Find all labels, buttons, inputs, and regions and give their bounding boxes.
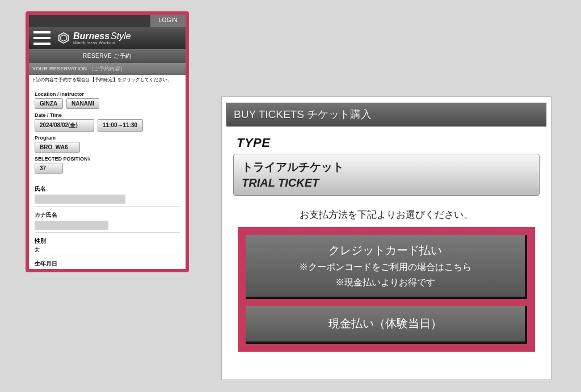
login-bar: LOGIN: [29, 15, 186, 27]
cash-button[interactable]: 現金払い（体験当日）: [246, 306, 527, 344]
label-gender: 性別: [35, 237, 180, 245]
label-name: 氏名: [35, 185, 180, 193]
reserve-nav[interactable]: RESERVE ご予約: [29, 49, 186, 63]
value-position: 37: [35, 163, 63, 174]
section-title-en: YOUR RESERVATION: [32, 66, 87, 71]
label-datetime: Date / Time: [35, 112, 180, 118]
type-label: TYPE: [237, 136, 540, 150]
login-button[interactable]: LOGIN: [150, 15, 186, 27]
ticket-type-en: TRIAL TICKET: [242, 175, 531, 191]
reservation-screenshot: LOGIN BurnessStyle Mindfulness Workout R…: [26, 11, 189, 272]
value-location: GINZA: [35, 98, 63, 109]
buy-tickets-panel: BUY TICKETS チケット購入 TYPE トライアルチケット TRIAL …: [221, 96, 551, 380]
value-time: 11:00～11:30: [98, 119, 143, 132]
logo-hex-icon: [57, 32, 70, 44]
ticket-type-box: トライアルチケット TRIAL TICKET: [233, 154, 540, 196]
label-kana: カナ氏名: [35, 211, 180, 219]
hamburger-icon[interactable]: [33, 31, 50, 45]
label-program: Program: [35, 135, 180, 141]
brand-main: Burness: [73, 31, 110, 41]
credit-card-button[interactable]: クレジットカード払い ※クーポンコードをご利用の場合はこちら ※現金払いよりお得…: [246, 235, 527, 299]
label-birth: 生年月日: [35, 260, 180, 268]
instruction-text: 下記の内容で予約する場合は【予約確定】をクリックしてください。: [29, 75, 186, 85]
brand-sub: Style: [111, 31, 131, 41]
reservation-details: Location / Instructor GINZA NANAMI Date …: [29, 85, 186, 178]
ticket-type-jp: トライアルチケット: [242, 159, 531, 175]
credit-card-hint2: ※現金払いよりお得です: [250, 277, 520, 289]
credit-card-label: クレジットカード払い: [250, 243, 520, 258]
brand-tagline: Mindfulness Workout: [73, 41, 131, 45]
tickets-header: BUY TICKETS チケット購入: [226, 103, 546, 127]
payment-options: クレジットカード払い ※クーポンコードをご利用の場合はこちら ※現金払いよりお得…: [238, 227, 535, 352]
value-gender: 女: [35, 246, 180, 254]
value-date: 2024/08/02(金): [35, 119, 94, 132]
cash-label: 現金払い（体験当日）: [250, 316, 520, 331]
label-position: SELECTED POSITION#: [35, 156, 180, 162]
label-location: Location / Instructor: [35, 91, 180, 97]
brand-logo: BurnessStyle Mindfulness Workout: [73, 32, 131, 45]
app-header: BurnessStyle Mindfulness Workout: [29, 27, 186, 49]
value-instructor: NANAMI: [66, 98, 99, 109]
value-program: BRO_WA6: [35, 142, 80, 153]
svg-marker-0: [59, 33, 69, 43]
section-title: YOUR RESERVATION ［ご予約内容］: [29, 63, 186, 75]
value-kana-redacted: [35, 221, 108, 230]
section-title-jp: ［ご予約内容］: [89, 66, 125, 71]
credit-card-hint1: ※クーポンコードをご利用の場合はこちら: [250, 262, 520, 273]
value-name-redacted: [35, 195, 125, 204]
payment-instruction: お支払方法を下記よりお選びください。: [233, 208, 540, 221]
svg-marker-1: [61, 35, 66, 41]
personal-info: 氏名 カナ氏名 性別 女 生年月日: [29, 178, 186, 270]
